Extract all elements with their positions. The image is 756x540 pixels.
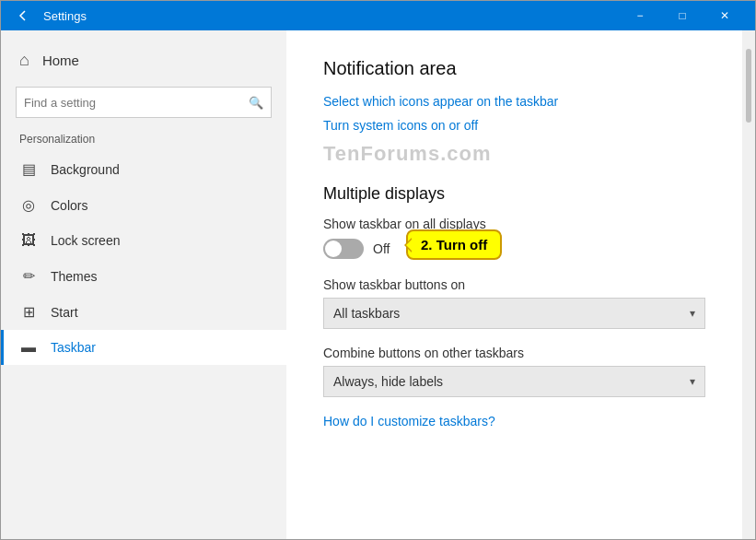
dropdown1-label: Show taskbar buttons on bbox=[323, 277, 705, 292]
sidebar-item-themes[interactable]: ✏ Themes bbox=[1, 258, 286, 294]
toggle-label: Show taskbar on all displays bbox=[323, 217, 705, 231]
sidebar-item-taskbar[interactable]: ▬ Taskbar 1. Click on bbox=[1, 330, 286, 365]
dropdown2-value: Always, hide labels bbox=[333, 374, 443, 389]
sidebar-item-home[interactable]: ⌂ Home bbox=[1, 41, 286, 79]
sidebar-item-background[interactable]: ▤ Background bbox=[1, 151, 286, 187]
dropdown2-label: Combine buttons on other taskbars bbox=[323, 346, 705, 360]
window-title: Settings bbox=[43, 9, 619, 23]
taskbar-icon: ▬ bbox=[19, 339, 38, 356]
home-label: Home bbox=[42, 53, 79, 68]
settings-window: Settings − □ ✕ ⌂ Home 🔍 Personalization … bbox=[0, 0, 756, 540]
close-button[interactable]: ✕ bbox=[704, 1, 746, 30]
minimize-button[interactable]: − bbox=[619, 1, 661, 30]
sidebar-taskbar-label: Taskbar bbox=[51, 340, 96, 355]
content-area-wrapper: Notification area Select which icons app… bbox=[286, 30, 755, 539]
start-icon: ⊞ bbox=[19, 303, 38, 321]
search-icon: 🔍 bbox=[249, 96, 263, 110]
background-icon: ▤ bbox=[19, 160, 38, 178]
link-turn-system-icons[interactable]: Turn system icons on or off bbox=[323, 118, 705, 133]
titlebar: Settings − □ ✕ bbox=[1, 1, 755, 30]
sidebar-lock-screen-label: Lock screen bbox=[51, 233, 120, 248]
search-input[interactable] bbox=[24, 96, 249, 110]
maximize-button[interactable]: □ bbox=[661, 1, 704, 30]
scrollbar[interactable] bbox=[742, 30, 755, 539]
sidebar-section-label: Personalization bbox=[1, 129, 286, 151]
window-controls: − □ ✕ bbox=[619, 1, 746, 30]
link-select-icons[interactable]: Select which icons appear on the taskbar bbox=[323, 94, 705, 109]
toggle-row: Off 2. Turn off bbox=[323, 239, 705, 259]
combine-buttons-dropdown[interactable]: Always, hide labels ▾ bbox=[323, 366, 705, 397]
themes-icon: ✏ bbox=[19, 267, 38, 285]
main-area: ⌂ Home 🔍 Personalization ▤ Background ◎ … bbox=[1, 30, 755, 539]
home-icon: ⌂ bbox=[19, 51, 29, 70]
sidebar-item-start[interactable]: ⊞ Start bbox=[1, 294, 286, 330]
sidebar-item-lock-screen[interactable]: 🖼 Lock screen bbox=[1, 223, 286, 258]
taskbar-all-displays-toggle[interactable] bbox=[323, 239, 364, 259]
turn-off-callout: 2. Turn off bbox=[406, 229, 502, 260]
sidebar-background-label: Background bbox=[51, 162, 120, 177]
bottom-link[interactable]: How do I customize taskbars? bbox=[323, 414, 705, 428]
search-box[interactable]: 🔍 bbox=[16, 87, 272, 118]
chevron-down-icon-2: ▾ bbox=[690, 375, 695, 388]
content-area: Notification area Select which icons app… bbox=[286, 30, 742, 539]
lock-screen-icon: 🖼 bbox=[19, 232, 38, 249]
scrollbar-thumb[interactable] bbox=[746, 49, 751, 123]
back-button[interactable] bbox=[10, 3, 36, 29]
sidebar: ⌂ Home 🔍 Personalization ▤ Background ◎ … bbox=[1, 30, 286, 539]
chevron-down-icon: ▾ bbox=[690, 307, 695, 320]
toggle-state-label: Off bbox=[373, 241, 390, 256]
toggle-knob bbox=[325, 241, 342, 257]
colors-icon: ◎ bbox=[19, 196, 38, 214]
sidebar-themes-label: Themes bbox=[51, 269, 98, 284]
multiple-displays-title: Multiple displays bbox=[323, 184, 705, 204]
sidebar-start-label: Start bbox=[51, 305, 78, 320]
dropdown1-value: All taskbars bbox=[333, 306, 400, 321]
page-title: Notification area bbox=[323, 58, 705, 79]
watermark: TenForums.com bbox=[323, 142, 705, 166]
taskbar-buttons-dropdown[interactable]: All taskbars ▾ bbox=[323, 298, 705, 329]
sidebar-colors-label: Colors bbox=[51, 198, 87, 213]
sidebar-item-colors[interactable]: ◎ Colors bbox=[1, 187, 286, 223]
